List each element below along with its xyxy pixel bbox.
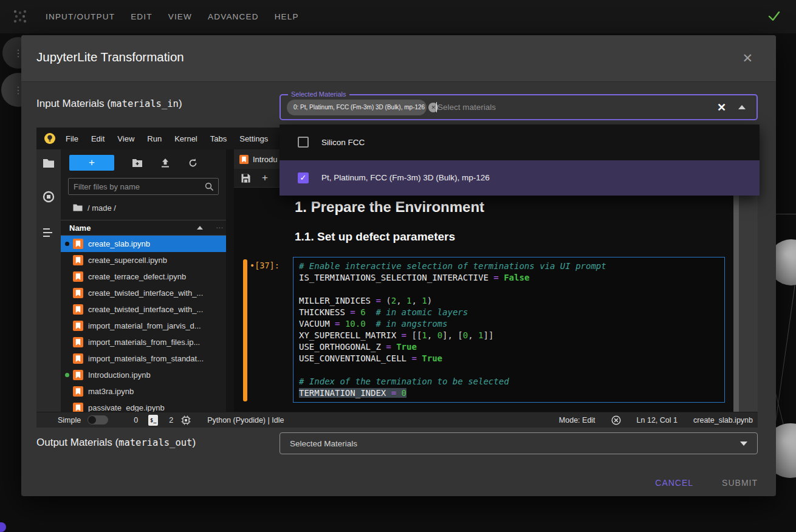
- notebook-icon: [73, 304, 83, 315]
- material-option-pt-platinum-fcc-fm-3m-3d-bulk-mp-126[interactable]: ✓Pt, Platinum, FCC (Fm-3m) 3D (Bulk), mp…: [280, 160, 760, 196]
- file-name: passivate_edge.ipynb: [88, 403, 165, 412]
- save-icon[interactable]: [241, 174, 250, 183]
- file-name: import_material_from_jarvis_d...: [88, 321, 201, 330]
- status-bar-left: Simple 0 $_ 2 Python (Pyodide) | Idle: [58, 415, 284, 426]
- kernel-chip-icon[interactable]: [181, 415, 191, 425]
- panel-splitter[interactable]: [226, 149, 234, 412]
- jupyter-menu-settings[interactable]: Settings: [239, 134, 268, 143]
- file-row-passivate-edge-ipynb[interactable]: passivate_edge.ipynb: [61, 400, 226, 412]
- refresh-icon[interactable]: [188, 158, 198, 168]
- materials-search-input[interactable]: Select materials: [437, 103, 496, 112]
- add-cell-icon[interactable]: +: [262, 172, 268, 184]
- notebook-icon: [73, 239, 83, 249]
- checkbox-unchecked-icon[interactable]: [298, 137, 309, 148]
- code-line: # Index of the termination to be selecte…: [299, 376, 719, 387]
- menu-input-output[interactable]: INPUT/OUTPUT: [46, 12, 115, 21]
- file-row-create-terrace-defect-ipynb[interactable]: create_terrace_defect.ipynb: [61, 268, 226, 285]
- menu-view[interactable]: VIEW: [168, 12, 192, 21]
- notebook-icon: [73, 386, 83, 397]
- notebook-icon: [73, 370, 83, 380]
- jupyterlite-logo-icon: [44, 132, 56, 147]
- file-name: import_materials_from_files.ip...: [88, 338, 200, 347]
- jupyter-menu-file[interactable]: File: [66, 134, 78, 143]
- option-label: Silicon FCC: [321, 138, 365, 147]
- table-of-contents-icon[interactable]: [43, 227, 55, 240]
- notebook-icon: [73, 370, 83, 380]
- close-icon[interactable]: ✕: [742, 51, 753, 66]
- dialog-footer: CANCEL SUBMIT: [655, 478, 758, 488]
- cursor-position[interactable]: Ln 12, Col 1: [637, 416, 678, 425]
- file-row-import-material-from-jarvis-d[interactable]: import_material_from_jarvis_d...: [61, 318, 226, 334]
- jupyter-menu-run[interactable]: Run: [147, 134, 162, 143]
- material-chip[interactable]: 0: Pt, Platinum, FCC (Fm-3m) 3D (Bulk), …: [287, 100, 427, 115]
- file-row-create-twisted-interface-with[interactable]: create_twisted_interface_with_...: [61, 285, 226, 301]
- mode-indicator[interactable]: Mode: Edit: [559, 416, 595, 425]
- success-check-icon: [767, 9, 781, 25]
- status-bar-right: Mode: Edit Ln 12, Col 1 create_slab.ipyn…: [559, 415, 753, 425]
- running-sessions-icon[interactable]: [43, 191, 55, 205]
- simple-mode-label: Simple: [58, 416, 81, 425]
- new-folder-icon[interactable]: [132, 158, 143, 168]
- name-column-header[interactable]: Name: [69, 223, 91, 233]
- jupyter-menu-edit[interactable]: Edit: [91, 134, 105, 143]
- submit-button[interactable]: SUBMIT: [722, 478, 758, 488]
- filter-files-box: [68, 178, 219, 195]
- kernel-status[interactable]: Python (Pyodide) | Idle: [207, 416, 284, 425]
- jupyter-menu-kernel[interactable]: Kernel: [174, 134, 197, 143]
- output-select-value: Selected Materials: [290, 439, 357, 448]
- code-line: THICKNESS = 6 # in atomic layers: [299, 307, 719, 318]
- material-option-silicon-fcc[interactable]: Silicon FCC: [280, 124, 760, 160]
- selected-materials-combobox[interactable]: Selected Materials 0: Pt, Platinum, FCC …: [280, 94, 758, 120]
- jupyter-menu-view[interactable]: View: [117, 134, 134, 143]
- more-options-icon[interactable]: ⋯: [216, 223, 223, 232]
- file-row-import-materials-from-standat[interactable]: import_materials_from_standat...: [61, 350, 226, 367]
- kernel-activity-dot: [65, 242, 69, 246]
- file-name: mat3ra.ipynb: [88, 387, 134, 396]
- app-top-bar: INPUT/OUTPUTEDITVIEWADVANCEDHELP: [0, 0, 796, 33]
- file-row-create-slab-ipynb[interactable]: create_slab.ipynb: [61, 236, 226, 252]
- simple-mode-toggle[interactable]: [87, 415, 108, 425]
- active-filename[interactable]: create_slab.ipynb: [693, 416, 753, 425]
- file-row-create-supercell-ipynb[interactable]: create_supercell.ipynb: [61, 252, 226, 268]
- file-list-header[interactable]: Name ⋯: [61, 220, 226, 236]
- terminal-icon[interactable]: $_: [148, 415, 158, 426]
- collapse-arrow-icon[interactable]: [738, 105, 746, 109]
- code-cell-editor[interactable]: # Enable interactive selection of termin…: [293, 257, 725, 403]
- upload-icon[interactable]: [160, 158, 170, 168]
- file-browser-toolbar: +: [61, 152, 226, 174]
- file-row-mat3ra-ipynb[interactable]: mat3ra.ipynb: [61, 383, 226, 400]
- notebook-icon: [73, 271, 83, 282]
- dropdown-arrow-icon: [740, 442, 747, 446]
- file-row-create-twisted-interface-with[interactable]: create_twisted_interface_with_...: [61, 301, 226, 318]
- file-row-import-materials-from-files-ip[interactable]: import_materials_from_files.ip...: [61, 334, 226, 350]
- code-line: USE_CONVENTIONAL_CELL = True: [299, 353, 719, 364]
- file-browser-panel: +: [61, 149, 226, 412]
- breadcrumb[interactable]: / made /: [73, 200, 116, 215]
- file-row-introduction-ipynb[interactable]: Introduction.ipynb: [61, 367, 226, 383]
- menu-advanced[interactable]: ADVANCED: [208, 12, 259, 21]
- file-browser-icon[interactable]: [43, 158, 55, 171]
- file-name: Introduction.ipynb: [88, 370, 151, 380]
- filter-files-input[interactable]: [69, 182, 205, 191]
- new-launcher-button[interactable]: +: [69, 155, 114, 171]
- combobox-label: Selected Materials: [288, 90, 349, 98]
- notebook-icon: [73, 337, 83, 347]
- trust-indicator-icon[interactable]: [611, 415, 621, 425]
- notebook-icon: [73, 288, 83, 298]
- output-materials-select[interactable]: Selected Materials: [280, 432, 758, 454]
- dialog-header: JupyterLite Transformation ✕: [21, 35, 776, 82]
- jupyter-menu-tabs[interactable]: Tabs: [210, 134, 227, 143]
- app-logo-icon[interactable]: [12, 9, 28, 27]
- menu-help[interactable]: HELP: [275, 12, 299, 21]
- active-cell-indicator[interactable]: [243, 259, 247, 401]
- clear-selection-icon[interactable]: ✕: [717, 101, 726, 114]
- code-line: # Enable interactive selection of termin…: [299, 261, 719, 272]
- notebook-scrollbar[interactable]: [733, 188, 739, 412]
- output-materials-label: Output Materials (materials_out): [36, 437, 196, 449]
- terminal-count: 0: [134, 416, 138, 425]
- notebook-heading-2: 1.1. Set up defect parameters: [295, 230, 455, 244]
- checkbox-checked-icon[interactable]: ✓: [298, 172, 309, 183]
- cancel-button[interactable]: CANCEL: [655, 478, 693, 488]
- menu-edit[interactable]: EDIT: [131, 12, 153, 21]
- notebook-icon: [73, 353, 83, 364]
